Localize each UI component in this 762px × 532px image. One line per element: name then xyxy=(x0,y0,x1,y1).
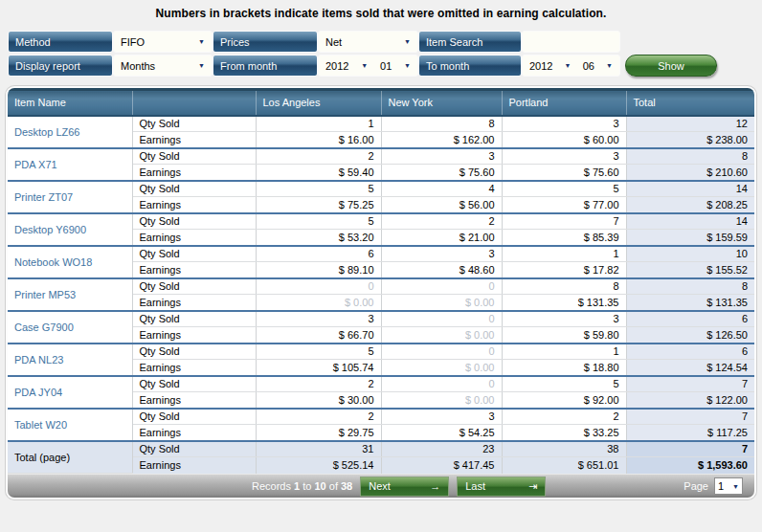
earnings-value: $ 85.39 xyxy=(502,230,626,246)
from-month-value[interactable]: 01 xyxy=(380,60,392,72)
qty-value: 7 xyxy=(626,409,754,425)
earnings-value: $ 208.25 xyxy=(626,197,754,213)
item-name-link[interactable]: PDA JY04 xyxy=(8,376,132,409)
chevron-down-icon: ▼ xyxy=(404,38,411,45)
table-row: Notebook WO18Qty Sold63110 xyxy=(8,246,754,262)
to-year-value[interactable]: 2012 xyxy=(529,60,552,72)
earnings-value: $ 0.00 xyxy=(256,295,381,311)
metric-label-qty: Qty Sold xyxy=(132,441,256,457)
earnings-value: $ 33.25 xyxy=(502,425,626,441)
table-row: Desktop Y6900Qty Sold52714 xyxy=(8,213,754,230)
metric-label-qty: Qty Sold xyxy=(132,181,256,197)
earnings-value: $ 16.00 xyxy=(256,132,381,148)
next-button[interactable]: Next → xyxy=(360,477,449,497)
qty-value: 0 xyxy=(381,344,502,360)
metric-label-earnings: Earnings xyxy=(132,360,256,376)
to-month-value[interactable]: 06 xyxy=(583,60,594,72)
chevron-down-icon[interactable]: ▼ xyxy=(404,62,411,69)
item-name-link[interactable]: Notebook WO18 xyxy=(8,246,132,278)
from-month-label: From month xyxy=(213,55,318,77)
table-header-row: Item Name Los Angeles New York Portland … xyxy=(8,90,754,116)
earnings-value: $ 29.75 xyxy=(256,425,381,441)
item-name-link[interactable]: Printer MP53 xyxy=(8,278,132,311)
from-year-value[interactable]: 2012 xyxy=(325,60,348,72)
item-search-input[interactable] xyxy=(527,32,616,52)
chevron-down-icon[interactable]: ▼ xyxy=(361,62,368,69)
qty-value: 14 xyxy=(626,213,754,230)
metric-label-earnings: Earnings xyxy=(132,132,256,148)
qty-value: 8 xyxy=(381,116,502,132)
display-report-value: Months xyxy=(121,60,155,72)
earnings-value: $ 48.60 xyxy=(381,262,502,278)
qty-value: 2 xyxy=(502,409,626,425)
page-label: Page xyxy=(684,480,708,492)
page-selector-area: Page 1 ▼ xyxy=(684,477,743,495)
column-header-portland: Portland xyxy=(502,90,626,116)
earnings-value: $ 117.25 xyxy=(626,425,754,441)
to-month-label: To month xyxy=(418,55,522,77)
earnings-value: $ 30.00 xyxy=(256,392,381,409)
qty-value: 5 xyxy=(502,376,626,392)
chevron-down-icon[interactable]: ▼ xyxy=(606,62,613,69)
metric-label-earnings: Earnings xyxy=(132,425,256,441)
item-name-link[interactable]: Printer ZT07 xyxy=(8,181,132,213)
table-row: Printer ZT07Qty Sold54514 xyxy=(8,181,754,197)
item-name-link[interactable]: Desktop Y6900 xyxy=(8,213,132,246)
earnings-value: $ 126.50 xyxy=(626,327,754,344)
table-row: Case G7900Qty Sold3036 xyxy=(8,311,754,327)
method-dropdown[interactable]: FIFO ▼ xyxy=(113,31,213,53)
earnings-value: $ 0.00 xyxy=(381,295,502,311)
qty-value: 6 xyxy=(256,246,381,262)
earnings-value: $ 75.25 xyxy=(256,197,381,213)
item-name-link[interactable]: Tablet W20 xyxy=(8,409,132,441)
last-button[interactable]: Last ⇥ xyxy=(457,477,546,497)
pagination-bar: Records 1 to 10 of 38 Next → Last ⇥ Page… xyxy=(8,474,754,498)
metric-label-qty: Qty Sold xyxy=(132,311,256,327)
table-row: Tablet W20Qty Sold2327 xyxy=(8,409,754,425)
next-button-label: Next xyxy=(369,480,391,492)
earnings-value: $ 1,593.60 xyxy=(626,457,754,474)
chevron-down-icon[interactable]: ▼ xyxy=(565,62,572,69)
prices-dropdown[interactable]: Net ▼ xyxy=(318,31,418,53)
item-name-link[interactable]: PDA X71 xyxy=(8,148,132,181)
item-name-link[interactable]: Desktop LZ66 xyxy=(8,116,132,148)
column-header-metric xyxy=(132,90,256,116)
qty-value: 0 xyxy=(381,311,502,327)
from-month-dropdown[interactable]: 2012 ▼ 01 ▼ xyxy=(318,55,418,77)
page-dropdown[interactable]: 1 ▼ xyxy=(714,477,743,495)
records-segment: Records xyxy=(252,480,294,492)
earnings-value: $ 0.00 xyxy=(381,392,502,409)
qty-value: 1 xyxy=(256,116,381,132)
qty-value: 7 xyxy=(502,213,626,230)
records-segment: 38 xyxy=(341,480,352,492)
item-search-label: Item Search xyxy=(418,31,522,53)
earnings-value: $ 53.20 xyxy=(256,230,381,246)
earnings-value: $ 105.74 xyxy=(256,360,381,376)
metric-label-qty: Qty Sold xyxy=(132,116,256,132)
qty-value: 14 xyxy=(626,181,754,197)
earnings-value: $ 92.00 xyxy=(502,392,626,409)
metric-label-qty: Qty Sold xyxy=(132,376,256,392)
metric-label-qty: Qty Sold xyxy=(132,344,256,360)
show-button[interactable]: Show xyxy=(625,55,717,77)
to-month-dropdown[interactable]: 2012 ▼ 06 ▼ xyxy=(522,55,620,77)
records-segment: to xyxy=(300,480,314,492)
earnings-value: $ 525.14 xyxy=(256,457,381,474)
display-report-dropdown[interactable]: Months ▼ xyxy=(113,55,213,77)
earnings-value: $ 651.01 xyxy=(502,457,626,474)
table-row: Printer MP53Qty Sold0088 xyxy=(8,278,754,295)
earnings-value: $ 238.00 xyxy=(626,132,754,148)
qty-value: 5 xyxy=(256,344,381,360)
prices-label: Prices xyxy=(213,31,318,53)
table-row: Total (page)Qty Sold3123387 xyxy=(8,441,754,457)
earnings-value: $ 210.60 xyxy=(626,165,754,181)
item-name-link[interactable]: Case G7900 xyxy=(8,311,132,344)
qty-value: 1 xyxy=(502,344,626,360)
earnings-value: $ 0.00 xyxy=(381,327,502,344)
filter-row-1: Method FIFO ▼ Prices Net ▼ Item Search xyxy=(8,31,717,54)
item-name-link[interactable]: PDA NL23 xyxy=(8,344,132,376)
earnings-value: $ 89.10 xyxy=(256,262,381,278)
metric-label-earnings: Earnings xyxy=(132,392,256,409)
earnings-value: $ 54.25 xyxy=(381,425,502,441)
qty-value: 3 xyxy=(381,148,502,165)
